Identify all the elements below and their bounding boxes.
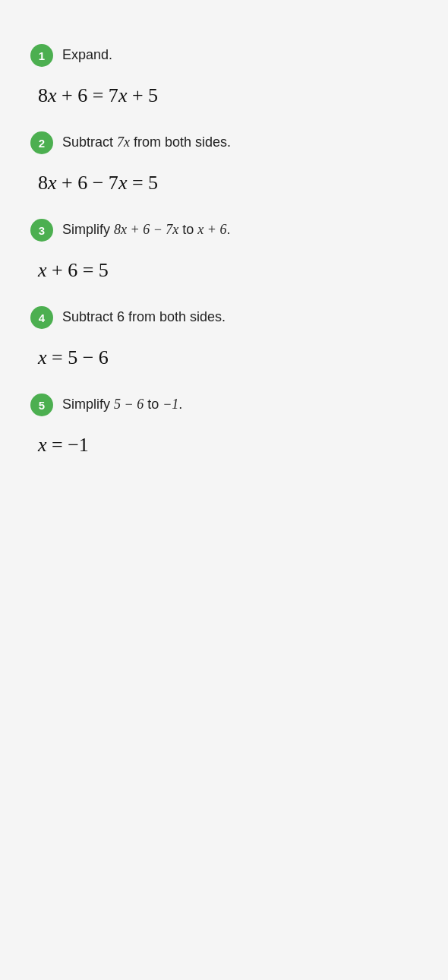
step-1-header: 1 Expand. [30, 44, 418, 67]
step-2-header: 2 Subtract 7x from both sides. [30, 131, 418, 154]
step-4: 4 Subtract 6 from both sides. x = 5 − 6 [30, 306, 418, 372]
step-5-equation: x = −1 [38, 430, 418, 460]
step-1-badge: 1 [30, 44, 53, 67]
step-3-badge: 3 [30, 219, 53, 242]
step-5-header: 5 Simplify 5 − 6 to −1. [30, 394, 418, 416]
step-2: 2 Subtract 7x from both sides. 8x + 6 − … [30, 131, 418, 198]
step-2-description: Subtract 7x from both sides. [62, 133, 231, 152]
step-5-badge: 5 [30, 394, 53, 416]
step-3-equation: x + 6 = 5 [38, 255, 418, 285]
step-3-description: Simplify 8x + 6 − 7x to x + 6. [62, 220, 231, 239]
step-2-badge: 2 [30, 131, 53, 154]
step-3: 3 Simplify 8x + 6 − 7x to x + 6. x + 6 =… [30, 219, 418, 285]
step-3-header: 3 Simplify 8x + 6 − 7x to x + 6. [30, 219, 418, 242]
step-5-description: Simplify 5 − 6 to −1. [62, 395, 182, 414]
step-5: 5 Simplify 5 − 6 to −1. x = −1 [30, 394, 418, 460]
step-4-badge: 4 [30, 306, 53, 329]
step-4-description: Subtract 6 from both sides. [62, 308, 226, 327]
step-1: 1 Expand. 8x + 6 = 7x + 5 [30, 44, 418, 110]
step-4-header: 4 Subtract 6 from both sides. [30, 306, 418, 329]
step-4-equation: x = 5 − 6 [38, 343, 418, 372]
step-1-equation: 8x + 6 = 7x + 5 [38, 81, 418, 110]
step-1-description: Expand. [62, 46, 112, 65]
step-2-equation: 8x + 6 − 7x = 5 [38, 168, 418, 198]
